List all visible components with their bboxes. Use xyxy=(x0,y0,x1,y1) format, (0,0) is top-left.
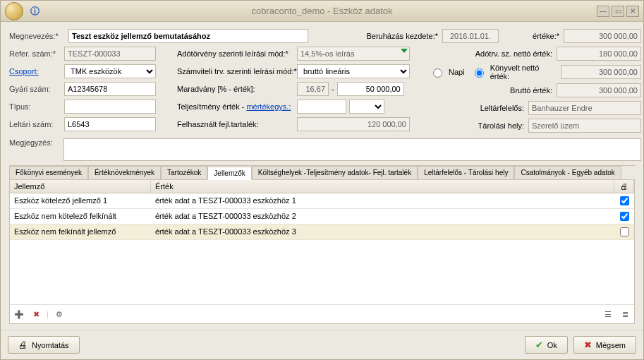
teljesitmeny-input[interactable] xyxy=(297,100,346,114)
leltari-input[interactable] xyxy=(64,117,156,131)
ok-button-label: Ok xyxy=(547,341,557,349)
window-title: cobraconto_demo - Eszköz adatok xyxy=(251,6,392,16)
label-adotrv-netto: Adótrv. sz. nettó érték: xyxy=(461,49,552,58)
label-napi: Napi xyxy=(449,68,465,76)
tab-fokonyvi[interactable]: Főkönyvi események xyxy=(9,166,88,179)
tab-erteknovekmenyek[interactable]: Értéknövekmények xyxy=(88,166,161,179)
label-leltari: Leltári szám: xyxy=(9,120,64,128)
leltarfelelos-value: Banhauzer Endre xyxy=(528,101,641,115)
list-view-icon[interactable]: ☰ xyxy=(602,308,614,320)
grid-row[interactable]: Eszköz nem kötelező felkínált érték adat… xyxy=(10,209,634,224)
grid-row-checkbox[interactable] xyxy=(620,227,629,236)
grid-row-checkbox[interactable] xyxy=(620,212,629,221)
maradvany-val-input[interactable] xyxy=(337,82,404,96)
grid-row-checkbox[interactable] xyxy=(620,196,629,205)
grid-cell-val: érték adat a TESZT-000033 eszközhöz 3 xyxy=(151,224,614,239)
label-gyari: Gyári szám: xyxy=(9,85,64,93)
adotrv-netto-value: 180 000,00 xyxy=(557,47,641,61)
gyari-input[interactable] xyxy=(64,82,156,96)
grid-cell-val: érték adat a TESZT-000033 eszközhöz 2 xyxy=(151,209,614,224)
titlebar: ⓘ cobraconto_demo - Eszköz adatok — ▭ ✕ xyxy=(1,1,643,22)
close-button[interactable]: ✕ xyxy=(626,6,639,17)
megjegyzes-textarea[interactable] xyxy=(63,138,641,161)
label-beruhazas: Beruházás kezdete:* xyxy=(360,32,438,40)
brutto-value: 300 000,00 xyxy=(557,83,641,97)
szamviteli-select[interactable]: bruttó lineáris xyxy=(297,64,410,78)
grid-row[interactable]: Eszköz nem felkínált jellemző érték adat… xyxy=(10,224,634,240)
delete-row-icon[interactable]: ✖ xyxy=(30,308,42,320)
grid-header-val[interactable]: Érték xyxy=(151,180,614,193)
label-brutto: Bruttó érték: xyxy=(461,86,552,95)
grid-header-attr[interactable]: Jellemző xyxy=(10,180,151,193)
mertekegys-link[interactable]: mértékegys.: xyxy=(246,102,291,111)
tab-jellemzok[interactable]: Jellemzők xyxy=(207,167,251,180)
label-csoport-link[interactable]: Csoport: xyxy=(9,67,64,76)
felhasznalt-value: 120 000,00 xyxy=(297,117,410,131)
tab-tartozekok[interactable]: Tartozékok xyxy=(161,166,207,179)
label-leltarfelelos: Leltárfelelős: xyxy=(461,104,524,112)
label-tarolasi: Tárolási hely: xyxy=(461,121,524,130)
grid-header-print-icon[interactable]: 🖨 xyxy=(614,180,634,193)
label-erteke: értéke:* xyxy=(517,32,559,40)
tab-leltarfelelos[interactable]: Leltárfelelős - Tárolási hely xyxy=(418,166,514,179)
napi-radio[interactable] xyxy=(433,68,442,78)
label-teljesitmeny: Teljesítmény érték - xyxy=(177,102,246,111)
tab-csatolmanyok[interactable]: Csatolmányok - Egyéb adatok xyxy=(514,166,621,179)
grid-cell-attr: Eszköz nem felkínált jellemző xyxy=(10,224,151,239)
maradvany-pct: 16,67 xyxy=(297,82,329,96)
label-megnevezes: Megnevezés:* xyxy=(9,32,64,40)
tipus-input[interactable] xyxy=(64,100,156,114)
label-megjegyzes: Megjegyzés: xyxy=(9,138,59,147)
label-szamviteli: Számviteli trv. szerinti leírási mód:* xyxy=(177,67,297,76)
tarolasi-value: Szerelő üzem xyxy=(528,119,641,133)
check-icon: ✔ xyxy=(535,340,543,350)
cancel-button-label: Mégsem xyxy=(596,341,626,349)
grid-cell-val: érték adat a TESZT-000033 eszközhöz 1 xyxy=(151,193,614,208)
tab-koltseghelyek[interactable]: Költséghelyek -Teljesítmény adatok- Fejl… xyxy=(252,166,418,179)
add-row-icon[interactable]: ➕ xyxy=(13,308,25,320)
tab-bar: Főkönyvi események Értéknövekmények Tart… xyxy=(9,165,635,179)
grid-cell-attr: Eszköz nem kötelező felkínált xyxy=(10,209,151,224)
csoport-select[interactable]: TMK eszközök xyxy=(64,64,156,78)
beruhazas-date[interactable]: 2016.01.01. xyxy=(442,29,499,43)
label-adotorveny: Adótörvény szerinti leírási mód:* xyxy=(177,49,297,58)
app-window: ⓘ cobraconto_demo - Eszköz adatok — ▭ ✕ … xyxy=(0,0,644,360)
konyvelt-value: 300 000,00 xyxy=(561,65,641,79)
settings-icon[interactable]: ⚙ xyxy=(53,308,66,320)
megnevezes-input[interactable] xyxy=(68,29,308,43)
attributes-grid: Jellemző Érték 🖨 Eszköz kötelező jellemz… xyxy=(9,179,635,324)
maximize-button[interactable]: ▭ xyxy=(612,6,624,17)
mertekegys-select[interactable] xyxy=(349,100,384,114)
printer-icon: 🖨 xyxy=(18,340,28,350)
print-button-label: Nyomtatás xyxy=(32,341,69,349)
label-tipus: Típus: xyxy=(9,102,64,111)
cancel-button[interactable]: ✖ Mégsem xyxy=(573,336,636,354)
refer-value: TESZT-000033 xyxy=(64,47,156,61)
grid-cell-attr: Eszköz kötelező jellemző 1 xyxy=(10,193,151,208)
app-logo-icon xyxy=(5,2,23,20)
label-felhasznalt: Felhasznált fejl.tartalék: xyxy=(177,120,297,128)
minimize-button[interactable]: — xyxy=(597,6,609,17)
konyvelt-radio[interactable] xyxy=(475,68,484,78)
label-konyvelt: Könyvelt nettó érték: xyxy=(490,64,557,80)
ok-button[interactable]: ✔ Ok xyxy=(525,336,568,354)
grid-row[interactable]: Eszköz kötelező jellemző 1 érték adat a … xyxy=(10,193,634,209)
label-maradvany: Maradvány [% - érték]: xyxy=(177,85,297,93)
print-button[interactable]: 🖨 Nyomtatás xyxy=(8,336,80,354)
erteke-value: 300 000,00 xyxy=(564,29,641,43)
cross-icon: ✖ xyxy=(584,340,592,350)
detail-view-icon[interactable]: ≣ xyxy=(619,308,631,320)
adotorveny-select[interactable]: 14,5%-os leírás xyxy=(297,47,410,61)
label-refer: Refer. szám:* xyxy=(9,49,64,58)
info-icon[interactable]: ⓘ xyxy=(30,5,40,18)
